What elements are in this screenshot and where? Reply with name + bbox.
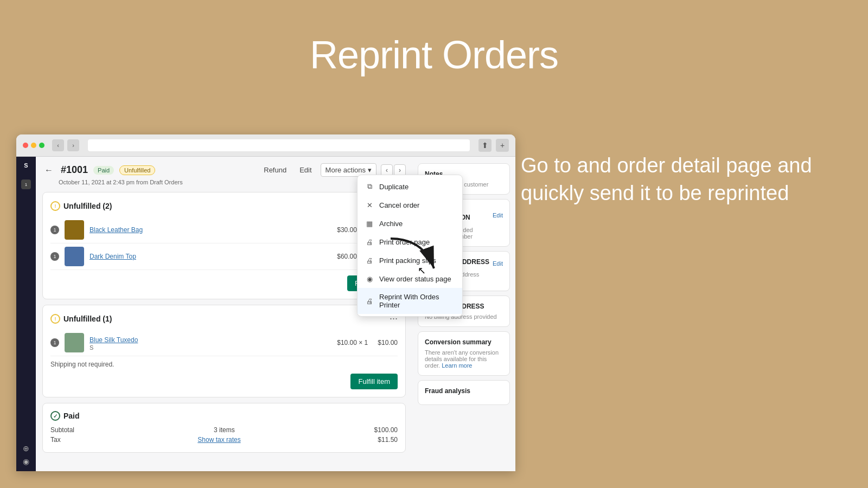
printer-special-icon: 🖨 <box>365 297 374 305</box>
item-price-unit-3: $10.00 × 1 <box>337 339 368 346</box>
contact-edit-link[interactable]: Edit <box>493 212 503 219</box>
back-button[interactable]: ← <box>42 164 55 177</box>
item-details-3: Blue Silk Tuxedo S <box>90 335 331 351</box>
paid-icon: ✓ <box>50 411 60 421</box>
unfulfilled-title-2: ! Unfulfilled (1) <box>50 314 112 324</box>
item-price-total-3: $10.00 <box>378 339 398 346</box>
unfulfilled-card-2: ! Unfulfilled (1) ··· 1 Blue Silk Tuxedo… <box>42 305 406 397</box>
conversion-title: Conversion summary <box>425 338 503 346</box>
sidebar: S 1 ⊕ ◉ <box>16 157 36 471</box>
item-thumb-2 <box>65 247 84 266</box>
archive-icon: ▦ <box>365 219 374 228</box>
tax-row: Tax Show tax rates $11.50 <box>50 435 398 445</box>
arrow-indicator <box>380 233 450 282</box>
learn-more-link[interactable]: Learn more <box>442 362 472 369</box>
dropdown-cancel[interactable]: ✕ Cancel order <box>358 196 462 214</box>
order-header: ← #1001 Paid Unfulfilled Refund Edit Mor… <box>42 163 406 177</box>
unfulfilled-card-1: ! Unfulfilled (2) ··· 1 Black Leather Ba… <box>42 192 406 299</box>
unfulfilled-icon-2: ! <box>50 314 60 324</box>
item-qty-2: 1 <box>50 252 59 261</box>
conversion-card: Conversion summary There aren't any conv… <box>418 331 510 376</box>
unfulfilled-icon-1: ! <box>50 201 60 211</box>
unfulfilled-card-1-header: ! Unfulfilled (2) ··· <box>50 200 398 211</box>
minimize-dot[interactable] <box>31 143 36 148</box>
item-thumb-1 <box>65 220 84 240</box>
edit-button[interactable]: Edit <box>295 164 316 176</box>
order-item-1: 1 Black Leather Bag $30.00 × 1 $30.00 <box>50 217 398 243</box>
right-description: Go to and order detail page and quickly … <box>521 152 825 208</box>
x-icon: ✕ <box>365 201 374 209</box>
show-tax-rates-link[interactable]: Show tax rates <box>197 436 240 444</box>
unfulfilled-card-2-header: ! Unfulfilled (1) ··· <box>50 313 398 324</box>
dropdown-reprint[interactable]: 🖨 Reprint With Ordes Printer <box>358 288 462 314</box>
order-content: ← #1001 Paid Unfulfilled Refund Edit Mor… <box>36 157 412 471</box>
subtotal-row: Subtotal 3 items $100.00 <box>50 425 398 435</box>
conversion-text: There aren't any conversion details avai… <box>425 349 503 369</box>
close-dot[interactable] <box>23 143 28 148</box>
sidebar-item-1[interactable]: 1 <box>21 179 31 189</box>
sidebar-eye-icon[interactable]: ◉ <box>23 457 29 466</box>
item-size-3: S <box>90 344 331 351</box>
mouse-cursor: ↖ <box>418 265 426 277</box>
refund-button[interactable]: Refund <box>259 164 291 176</box>
unfulfilled-badge: Unfulfilled <box>119 165 155 175</box>
fulfill-item-button[interactable]: Fulfill item <box>350 374 398 389</box>
item-name-1[interactable]: Black Leather Bag <box>90 226 331 234</box>
copy-icon: ⧉ <box>365 182 374 191</box>
item-thumb-3 <box>65 333 84 352</box>
page-title: Reprint Orders <box>0 0 868 77</box>
item-qty-3: 1 <box>50 338 59 347</box>
browser-dots <box>23 143 44 148</box>
fraud-title: Fraud analysis <box>425 387 503 395</box>
chevron-down-icon: ▾ <box>368 166 372 174</box>
dropdown-archive[interactable]: ▦ Archive <box>358 214 462 233</box>
sidebar-logo: S <box>24 162 28 169</box>
order-number: #1001 <box>61 164 88 176</box>
item-qty-1: 1 <box>50 226 59 234</box>
printer-icon-1: 🖨 <box>365 237 374 246</box>
forward-browser-btn[interactable]: › <box>67 139 79 151</box>
back-browser-btn[interactable]: ‹ <box>52 139 64 151</box>
paid-title: ✓ Paid <box>50 411 398 421</box>
shipping-edit-link[interactable]: Edit <box>493 260 503 267</box>
unfulfilled-title-1: ! Unfulfilled (2) <box>50 201 112 211</box>
printer-icon-2: 🖨 <box>365 256 374 265</box>
browser-toolbar: ‹ › ⬆ + <box>16 134 515 157</box>
add-tab-btn[interactable]: + <box>496 139 509 152</box>
address-bar[interactable] <box>88 139 470 151</box>
paid-badge: Paid <box>93 166 114 175</box>
eye-icon: ◉ <box>365 274 374 283</box>
sidebar-add-icon[interactable]: ⊕ <box>23 444 29 453</box>
shipping-note: Shipping not required. <box>50 361 398 368</box>
fraud-card: Fraud analysis <box>418 380 510 405</box>
paid-card: ✓ Paid Subtotal 3 items $100.00 Tax Show… <box>42 403 406 453</box>
order-item-3: 1 Blue Silk Tuxedo S $10.00 × 1 $10.00 <box>50 330 398 356</box>
order-date: October 11, 2021 at 2:43 pm from Draft O… <box>59 179 406 185</box>
share-btn[interactable]: ⬆ <box>478 139 492 152</box>
order-item-2: 1 Dark Denim Top $60.00 × 1 $60.00 <box>50 243 398 270</box>
item-name-2[interactable]: Dark Denim Top <box>90 253 331 260</box>
dropdown-duplicate[interactable]: ⧉ Duplicate <box>358 177 462 196</box>
maximize-dot[interactable] <box>39 143 44 148</box>
item-name-3[interactable]: Blue Silk Tuxedo <box>90 336 138 344</box>
